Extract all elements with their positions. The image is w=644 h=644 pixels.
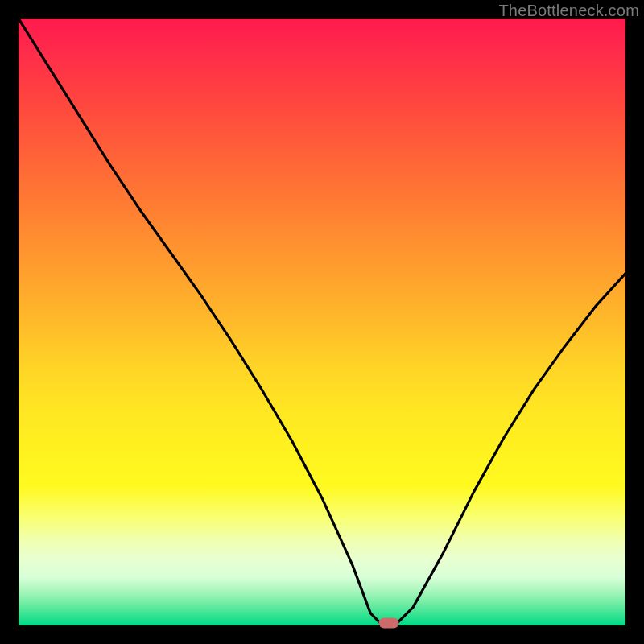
bottleneck-curve: [19, 19, 625, 625]
watermark-text: TheBottleneck.com: [498, 2, 639, 20]
chart-frame: TheBottleneck.com: [0, 0, 644, 644]
optimal-point-marker: [378, 618, 398, 629]
curve-layer: [19, 19, 625, 625]
plot-area: [19, 19, 625, 625]
